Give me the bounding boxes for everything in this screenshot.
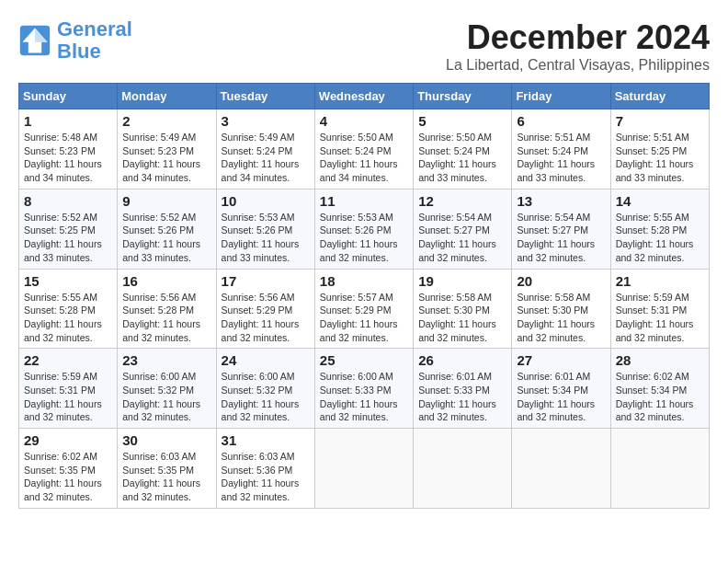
day-info: Sunrise: 6:02 AM Sunset: 5:35 PM Dayligh… <box>24 450 112 504</box>
day-info: Sunrise: 5:50 AM Sunset: 5:24 PM Dayligh… <box>320 131 408 185</box>
calendar-cell: 19 Sunrise: 5:58 AM Sunset: 5:30 PM Dayl… <box>414 269 512 349</box>
calendar-header-row: SundayMondayTuesdayWednesdayThursdayFrid… <box>19 84 710 109</box>
calendar-cell <box>610 429 709 509</box>
day-number: 16 <box>122 273 210 289</box>
calendar-cell: 2 Sunrise: 5:49 AM Sunset: 5:23 PM Dayli… <box>118 109 216 190</box>
calendar-week-3: 15 Sunrise: 5:55 AM Sunset: 5:28 PM Dayl… <box>19 269 710 349</box>
day-number: 1 <box>24 113 112 129</box>
day-number: 11 <box>320 193 408 209</box>
logo-icon <box>18 24 51 57</box>
day-info: Sunrise: 6:00 AM Sunset: 5:33 PM Dayligh… <box>320 370 408 424</box>
day-number: 30 <box>122 432 210 448</box>
day-info: Sunrise: 5:55 AM Sunset: 5:28 PM Dayligh… <box>24 291 112 345</box>
calendar-cell: 31 Sunrise: 6:03 AM Sunset: 5:36 PM Dayl… <box>216 429 314 509</box>
calendar-cell: 24 Sunrise: 6:00 AM Sunset: 5:32 PM Dayl… <box>216 349 314 429</box>
day-number: 29 <box>24 432 112 448</box>
day-number: 18 <box>320 273 408 289</box>
header-sunday: Sunday <box>19 84 118 109</box>
calendar-cell: 15 Sunrise: 5:55 AM Sunset: 5:28 PM Dayl… <box>19 269 118 349</box>
calendar-cell: 6 Sunrise: 5:51 AM Sunset: 5:24 PM Dayli… <box>512 109 610 190</box>
calendar-cell: 11 Sunrise: 5:53 AM Sunset: 5:26 PM Dayl… <box>314 189 413 269</box>
day-number: 23 <box>122 352 210 368</box>
day-info: Sunrise: 6:00 AM Sunset: 5:32 PM Dayligh… <box>122 370 210 424</box>
day-number: 26 <box>418 352 506 368</box>
header-monday: Monday <box>118 84 216 109</box>
calendar-body: 1 Sunrise: 5:48 AM Sunset: 5:23 PM Dayli… <box>19 109 710 509</box>
calendar-cell: 16 Sunrise: 5:56 AM Sunset: 5:28 PM Dayl… <box>118 269 216 349</box>
day-number: 13 <box>517 193 605 209</box>
day-number: 28 <box>616 352 704 368</box>
day-number: 22 <box>24 352 112 368</box>
day-number: 31 <box>222 432 310 448</box>
day-info: Sunrise: 5:52 AM Sunset: 5:25 PM Dayligh… <box>24 211 112 265</box>
calendar-cell: 21 Sunrise: 5:59 AM Sunset: 5:31 PM Dayl… <box>610 269 709 349</box>
day-info: Sunrise: 5:56 AM Sunset: 5:29 PM Dayligh… <box>222 291 310 345</box>
day-info: Sunrise: 5:56 AM Sunset: 5:28 PM Dayligh… <box>122 291 210 345</box>
calendar-cell: 23 Sunrise: 6:00 AM Sunset: 5:32 PM Dayl… <box>118 349 216 429</box>
day-number: 3 <box>222 113 310 129</box>
calendar-cell: 27 Sunrise: 6:01 AM Sunset: 5:34 PM Dayl… <box>512 349 610 429</box>
calendar-cell: 18 Sunrise: 5:57 AM Sunset: 5:29 PM Dayl… <box>314 269 413 349</box>
calendar-week-1: 1 Sunrise: 5:48 AM Sunset: 5:23 PM Dayli… <box>19 109 710 190</box>
day-info: Sunrise: 5:51 AM Sunset: 5:25 PM Dayligh… <box>616 131 704 185</box>
day-info: Sunrise: 5:52 AM Sunset: 5:26 PM Dayligh… <box>122 211 210 265</box>
calendar-cell: 25 Sunrise: 6:00 AM Sunset: 5:33 PM Dayl… <box>314 349 413 429</box>
calendar-week-4: 22 Sunrise: 5:59 AM Sunset: 5:31 PM Dayl… <box>19 349 710 429</box>
title-section: December 2024 La Libertad, Central Visay… <box>446 18 710 74</box>
day-info: Sunrise: 5:49 AM Sunset: 5:24 PM Dayligh… <box>222 131 310 185</box>
day-number: 15 <box>24 273 112 289</box>
calendar-cell: 22 Sunrise: 5:59 AM Sunset: 5:31 PM Dayl… <box>19 349 118 429</box>
day-number: 24 <box>222 352 310 368</box>
header-friday: Friday <box>512 84 610 109</box>
day-info: Sunrise: 5:53 AM Sunset: 5:26 PM Dayligh… <box>222 211 310 265</box>
day-number: 21 <box>616 273 704 289</box>
day-info: Sunrise: 6:00 AM Sunset: 5:32 PM Dayligh… <box>222 370 310 424</box>
calendar-cell <box>512 429 610 509</box>
header-thursday: Thursday <box>414 84 512 109</box>
day-info: Sunrise: 5:50 AM Sunset: 5:24 PM Dayligh… <box>418 131 506 185</box>
day-info: Sunrise: 6:01 AM Sunset: 5:33 PM Dayligh… <box>418 370 506 424</box>
day-number: 7 <box>616 113 704 129</box>
logo: General Blue <box>18 18 132 63</box>
calendar-cell: 28 Sunrise: 6:02 AM Sunset: 5:34 PM Dayl… <box>610 349 709 429</box>
header-tuesday: Tuesday <box>216 84 314 109</box>
calendar-cell: 8 Sunrise: 5:52 AM Sunset: 5:25 PM Dayli… <box>19 189 118 269</box>
calendar-cell: 17 Sunrise: 5:56 AM Sunset: 5:29 PM Dayl… <box>216 269 314 349</box>
day-info: Sunrise: 5:58 AM Sunset: 5:30 PM Dayligh… <box>517 291 605 345</box>
calendar-cell: 30 Sunrise: 6:03 AM Sunset: 5:35 PM Dayl… <box>118 429 216 509</box>
calendar-table: SundayMondayTuesdayWednesdayThursdayFrid… <box>18 83 710 509</box>
calendar-cell: 1 Sunrise: 5:48 AM Sunset: 5:23 PM Dayli… <box>19 109 118 190</box>
calendar-cell: 26 Sunrise: 6:01 AM Sunset: 5:33 PM Dayl… <box>414 349 512 429</box>
day-number: 4 <box>320 113 408 129</box>
calendar-cell: 14 Sunrise: 5:55 AM Sunset: 5:28 PM Dayl… <box>610 189 709 269</box>
day-number: 14 <box>616 193 704 209</box>
calendar-cell: 3 Sunrise: 5:49 AM Sunset: 5:24 PM Dayli… <box>216 109 314 190</box>
calendar-week-2: 8 Sunrise: 5:52 AM Sunset: 5:25 PM Dayli… <box>19 189 710 269</box>
day-info: Sunrise: 6:03 AM Sunset: 5:35 PM Dayligh… <box>122 450 210 504</box>
day-info: Sunrise: 5:49 AM Sunset: 5:23 PM Dayligh… <box>122 131 210 185</box>
location: La Libertad, Central Visayas, Philippine… <box>446 57 710 74</box>
day-info: Sunrise: 6:01 AM Sunset: 5:34 PM Dayligh… <box>517 370 605 424</box>
calendar-cell: 7 Sunrise: 5:51 AM Sunset: 5:25 PM Dayli… <box>610 109 709 190</box>
calendar-cell <box>414 429 512 509</box>
day-number: 5 <box>418 113 506 129</box>
calendar-cell: 13 Sunrise: 5:54 AM Sunset: 5:27 PM Dayl… <box>512 189 610 269</box>
day-number: 12 <box>418 193 506 209</box>
calendar-week-5: 29 Sunrise: 6:02 AM Sunset: 5:35 PM Dayl… <box>19 429 710 509</box>
header-wednesday: Wednesday <box>314 84 413 109</box>
day-number: 6 <box>517 113 605 129</box>
calendar-cell: 4 Sunrise: 5:50 AM Sunset: 5:24 PM Dayli… <box>314 109 413 190</box>
day-info: Sunrise: 5:54 AM Sunset: 5:27 PM Dayligh… <box>418 211 506 265</box>
calendar-cell: 20 Sunrise: 5:58 AM Sunset: 5:30 PM Dayl… <box>512 269 610 349</box>
logo-text: General Blue <box>57 18 132 63</box>
day-info: Sunrise: 5:48 AM Sunset: 5:23 PM Dayligh… <box>24 131 112 185</box>
day-number: 19 <box>418 273 506 289</box>
day-info: Sunrise: 6:03 AM Sunset: 5:36 PM Dayligh… <box>222 450 310 504</box>
day-info: Sunrise: 5:58 AM Sunset: 5:30 PM Dayligh… <box>418 291 506 345</box>
day-info: Sunrise: 5:54 AM Sunset: 5:27 PM Dayligh… <box>517 211 605 265</box>
page-header: General Blue December 2024 La Libertad, … <box>18 18 710 74</box>
calendar-cell <box>314 429 413 509</box>
day-number: 25 <box>320 352 408 368</box>
day-number: 17 <box>222 273 310 289</box>
day-info: Sunrise: 5:59 AM Sunset: 5:31 PM Dayligh… <box>24 370 112 424</box>
